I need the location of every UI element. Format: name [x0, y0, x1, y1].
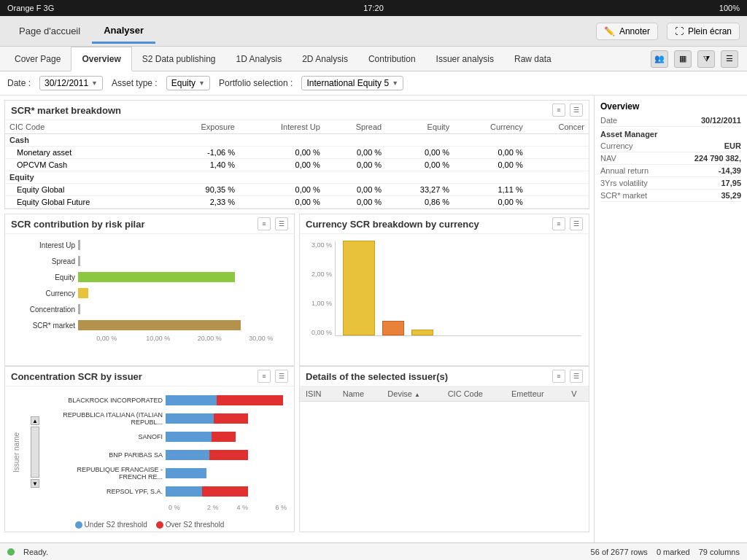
left-panel: SCR* market breakdown ≡ ☰ CIC Code Expos… — [0, 96, 594, 560]
subtab-s2[interactable]: S2 Data publishing — [132, 47, 226, 71]
subtab-rawdata[interactable]: Raw data — [504, 47, 562, 71]
currency-bar-2 — [382, 321, 404, 335]
concentration-icons: ≡ ☰ — [258, 370, 288, 383]
subtab-contribution[interactable]: Contribution — [358, 47, 426, 71]
col-concer: Concer — [527, 120, 589, 134]
icon-grid[interactable]: ▦ — [674, 50, 692, 68]
table-icon-3[interactable]: ≡ — [552, 217, 565, 230]
scr-breakdown-section: SCR* market breakdown ≡ ☰ CIC Code Expos… — [4, 100, 589, 209]
right-panel-volatility-row: 3Yrs volatility 17,95 — [600, 177, 741, 190]
details-header: Details of the selected issuer(s) ≡ ☰ — [300, 367, 589, 386]
conc-row-sanofi: SANOFI — [49, 429, 287, 444]
tab-analyser[interactable]: Analyser — [92, 19, 155, 44]
sub-nav-icons: 👥 ▦ ⧩ ☰ — [651, 50, 743, 68]
details-section: Details of the selected issuer(s) ≡ ☰ IS… — [299, 366, 589, 532]
bar-fill-currency — [78, 288, 88, 298]
concentration-title: Concentration SCR by issuer — [11, 371, 142, 382]
tab-home[interactable]: Page d'accueil — [7, 20, 92, 42]
date-arrow-icon: ▼ — [91, 79, 98, 87]
portfolio-select[interactable]: International Equity 5 ▼ — [301, 76, 403, 90]
col-v[interactable]: V — [565, 386, 589, 402]
scr-contribution-icons: ≡ ☰ — [258, 217, 288, 230]
currency-chart: 3,00 % 2,00 % 1,00 % 0,00 % — [300, 234, 589, 365]
date-select[interactable]: 30/12/2011 ▼ — [39, 76, 103, 90]
details-title: Details of the selected issuer(s) — [306, 371, 448, 382]
details-icons: ≡ ☰ — [552, 370, 583, 383]
icon-filter[interactable]: ⧩ — [697, 50, 715, 68]
scr-bar-chart: Interest Up Spread — [5, 234, 294, 365]
x-axis-labels: 0,00 % 10,00 % 20,00 % 30,00 % — [81, 335, 287, 342]
conc-scroll[interactable]: ▲ ▼ — [24, 391, 46, 513]
currency-scr-header: Currency SCR breakdown by currency ≡ ☰ — [300, 214, 589, 234]
bar-currency: Currency — [12, 287, 287, 300]
asset-type-select[interactable]: Equity ▼ — [166, 76, 210, 90]
subtab-overview[interactable]: Overview — [71, 47, 131, 71]
conc-row-repsol: REPSOL YPF, S.A. — [49, 484, 287, 499]
conc-bar-blue-1 — [166, 395, 217, 405]
expand-icon: ⛶ — [675, 26, 684, 36]
chart-row-2: Concentration SCR by issuer ≡ ☰ Issuer n… — [4, 366, 589, 532]
table-row: Monetary asset -1,06 %0,00 %0,00 %0,00 %… — [5, 147, 589, 159]
filter-bar: Date : 30/12/2011 ▼ Asset type : Equity … — [0, 71, 747, 96]
concentration-header: Concentration SCR by issuer ≡ ☰ — [5, 367, 294, 386]
table-icon-2[interactable]: ≡ — [258, 217, 271, 230]
icon-settings[interactable]: ☰ — [721, 50, 738, 68]
scr-breakdown-title: SCR* market breakdown — [11, 105, 121, 116]
carrier-label: Orange F 3G — [7, 4, 54, 12]
col-emetteur[interactable]: Emetteur — [506, 386, 565, 402]
subtab-2d[interactable]: 2D Analysis — [292, 47, 358, 71]
asset-arrow-icon: ▼ — [198, 79, 205, 87]
col-ciccode2[interactable]: CIC Code — [442, 386, 506, 402]
ready-label: Ready. — [23, 548, 48, 556]
col-equity: Equity — [386, 120, 454, 134]
list-icon-3[interactable]: ☰ — [570, 217, 583, 230]
col-name[interactable]: Name — [337, 386, 382, 402]
conc-y-axis-label: Issuer name — [12, 391, 24, 513]
currency-bar-3 — [411, 330, 433, 335]
chart-row-1: SCR contribution by risk pilar ≡ ☰ Inter… — [4, 214, 589, 366]
col-devise[interactable]: Devise ▲ — [382, 386, 441, 402]
conc-x-axis: 0 % 2 % 4 % 6 % — [169, 504, 287, 511]
annotate-button[interactable]: ✏️ Annoter — [596, 23, 658, 40]
subtab-1d[interactable]: 1D Analysis — [225, 47, 292, 71]
bar-scr-market: SCR* market — [12, 319, 287, 332]
left-scroll[interactable]: SCR* market breakdown ≡ ☰ CIC Code Expos… — [0, 96, 594, 560]
column-count: 79 columns — [699, 548, 740, 556]
concentration-section: Concentration SCR by issuer ≡ ☰ Issuer n… — [4, 366, 295, 532]
table-row: Equity Global Future 2,33 %0,00 %0,00 %0… — [5, 196, 589, 209]
details-table: ISIN Name Devise ▲ CIC Code Emetteur V — [300, 386, 589, 402]
right-panel-nav-row: NAV 224 790 382, — [600, 152, 741, 165]
table-row: OPCVM Cash 1,40 %0,00 %0,00 %0,00 %0,00 … — [5, 159, 589, 171]
subtab-cover[interactable]: Cover Page — [4, 47, 71, 71]
col-isin[interactable]: ISIN — [300, 386, 337, 402]
table-icon[interactable]: ≡ — [552, 104, 565, 117]
bar-fill-conc — [78, 304, 80, 314]
row-count: 56 of 2677 rows — [591, 548, 648, 556]
list-icon-5[interactable]: ☰ — [570, 370, 583, 383]
col-exposure: Exposure — [163, 120, 239, 134]
scroll-up[interactable]: ▲ — [31, 416, 39, 425]
conc-bar-red-3 — [212, 432, 236, 442]
table-row: Cash — [5, 134, 589, 147]
fullscreen-button[interactable]: ⛶ Plein écran — [667, 23, 740, 40]
status-bar: Orange F 3G 17:20 100% — [0, 0, 747, 16]
top-nav-right: ✏️ Annoter ⛶ Plein écran — [596, 23, 740, 40]
status-green-icon — [7, 548, 15, 556]
list-icon-2[interactable]: ☰ — [275, 217, 288, 230]
subtab-issuer[interactable]: Issuer analysis — [426, 47, 504, 71]
currency-scr-section: Currency SCR breakdown by currency ≡ ☰ 3… — [299, 214, 589, 366]
list-icon[interactable]: ☰ — [570, 104, 583, 117]
scroll-thumb — [31, 427, 39, 478]
right-panel-date-row: Date 30/12/2011 — [600, 114, 741, 127]
bar-fill-interest — [78, 240, 80, 250]
currency-scr-title: Currency SCR breakdown by currency — [306, 219, 479, 230]
battery-label: 100% — [719, 4, 740, 12]
scroll-down[interactable]: ▼ — [31, 479, 39, 488]
currency-bars — [335, 241, 581, 336]
table-icon-4[interactable]: ≡ — [258, 370, 271, 383]
scr-contribution-section: SCR contribution by risk pilar ≡ ☰ Inter… — [4, 214, 295, 366]
list-icon-4[interactable]: ☰ — [275, 370, 288, 383]
table-icon-5[interactable]: ≡ — [552, 370, 565, 383]
icon-users[interactable]: 👥 — [651, 50, 668, 68]
time-label: 17:20 — [363, 4, 384, 12]
